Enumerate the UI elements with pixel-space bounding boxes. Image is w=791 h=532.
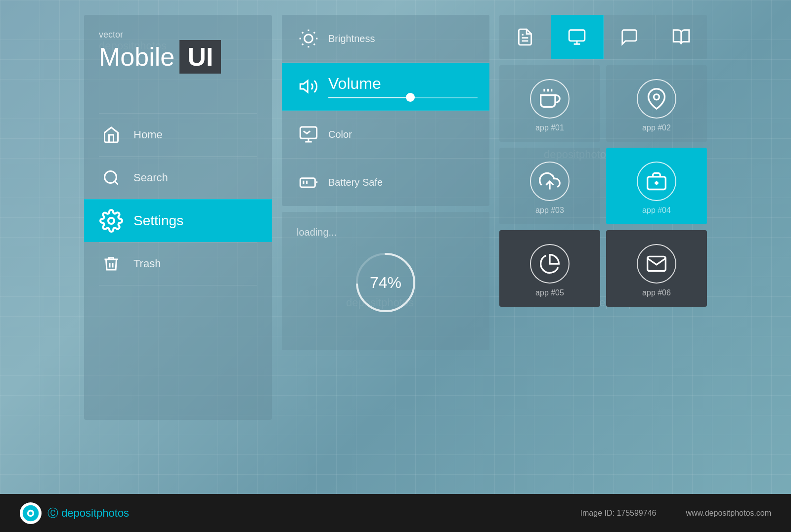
loading-label: loading... [297, 227, 337, 238]
nav-settings-label: Settings [133, 213, 183, 229]
svg-line-6 [302, 32, 303, 33]
trash-icon [99, 251, 124, 276]
svg-point-37 [29, 511, 32, 515]
slider-thumb[interactable] [406, 93, 415, 102]
app05-icon-circle [530, 244, 570, 284]
nav-item-settings[interactable]: Settings [84, 199, 272, 242]
color-label: Color [328, 129, 352, 140]
app04-label: app #04 [642, 206, 671, 215]
nav-item-trash[interactable]: Trash [99, 242, 257, 286]
nav-search-label: Search [133, 171, 168, 184]
brightness-icon [294, 24, 323, 53]
svg-rect-24 [570, 30, 585, 41]
svg-line-7 [314, 44, 315, 45]
slider-track [328, 97, 478, 98]
mobile-ui-panel: vector Mobile UI Home Search [84, 15, 272, 420]
app02-icon-circle [637, 79, 676, 119]
top-icons-row [499, 15, 707, 59]
ui-badge: UI [179, 40, 221, 74]
volume-slider[interactable] [328, 97, 478, 99]
top-icon-document[interactable] [499, 15, 551, 59]
app03-label: app #03 [535, 206, 564, 215]
svg-line-11 [314, 32, 315, 33]
app-01[interactable]: app #01 [499, 65, 600, 142]
vector-label: vector [99, 30, 257, 40]
svg-rect-16 [300, 178, 315, 187]
volume-content: Volume [323, 75, 478, 99]
app-03[interactable]: app #03 [499, 148, 600, 224]
color-row[interactable]: Color [282, 111, 489, 159]
app06-icon-circle [637, 244, 676, 284]
app01-icon-circle [530, 79, 570, 119]
loading-circle: 74% [351, 248, 420, 317]
app03-icon-circle [530, 162, 570, 201]
app02-label: app #02 [642, 123, 671, 132]
footer-bar: Ⓒ depositphotos Image ID: 175599746 www.… [0, 494, 791, 532]
apps-grid: app #01 app #02 app #03 ap [499, 65, 707, 307]
svg-point-2 [108, 218, 114, 224]
loading-percent: 74% [370, 274, 401, 292]
app-02[interactable]: app #02 [606, 65, 707, 142]
top-icon-book[interactable] [656, 15, 707, 59]
svg-line-10 [302, 44, 303, 45]
slider-fill [328, 97, 410, 98]
search-icon [99, 165, 124, 190]
app-04[interactable]: app #04 [606, 148, 707, 224]
mobile-ui-header: vector Mobile UI [99, 30, 257, 74]
top-icon-monitor[interactable] [551, 15, 603, 59]
volume-label: Volume [328, 75, 478, 93]
app04-icon-circle [637, 162, 676, 201]
nav-item-search[interactable]: Search [99, 156, 257, 199]
svg-point-0 [105, 171, 117, 183]
brightness-label: Brightness [328, 33, 375, 44]
brightness-content: Brightness [323, 33, 478, 44]
volume-icon [294, 72, 323, 101]
nav-item-home[interactable]: Home [99, 113, 257, 156]
settings-controls-panel: Brightness Volume [282, 15, 489, 350]
svg-marker-12 [300, 81, 308, 92]
settings-icon [99, 208, 124, 233]
footer-website: www.depositphotos.com [686, 509, 771, 518]
svg-point-3 [305, 35, 313, 43]
app06-label: app #06 [642, 288, 671, 297]
app-06[interactable]: app #06 [606, 230, 707, 307]
color-content: Color [323, 129, 478, 140]
footer-logo-text: Ⓒ depositphotos [47, 506, 129, 521]
volume-row[interactable]: Volume [282, 63, 489, 111]
nav-trash-label: Trash [133, 257, 161, 270]
svg-point-30 [654, 94, 659, 99]
battery-row[interactable]: Battery Safe [282, 159, 489, 206]
top-icon-chat[interactable] [604, 15, 656, 59]
nav-home-label: Home [133, 128, 163, 141]
app01-label: app #01 [535, 123, 564, 132]
home-icon [99, 123, 124, 147]
footer-image-id: Image ID: 175599746 [580, 509, 657, 518]
battery-content: Battery Safe [323, 177, 478, 188]
svg-line-1 [115, 181, 118, 185]
apps-panel: app #01 app #02 app #03 ap [499, 15, 707, 307]
app05-label: app #05 [535, 288, 564, 297]
settings-list: Brightness Volume [282, 15, 489, 206]
nav-menu: Home Search Settings [99, 113, 257, 286]
mobile-label: Mobile [99, 44, 175, 70]
footer-logo-icon [20, 502, 42, 524]
loading-panel: loading... 74% [282, 212, 489, 350]
brightness-row[interactable]: Brightness [282, 15, 489, 63]
app-05[interactable]: app #05 [499, 230, 600, 307]
footer-logo: Ⓒ depositphotos [20, 502, 129, 524]
battery-icon [294, 167, 323, 197]
footer-right: Image ID: 175599746 www.depositphotos.co… [580, 509, 771, 518]
color-icon [294, 120, 323, 149]
battery-label: Battery Safe [328, 177, 383, 188]
